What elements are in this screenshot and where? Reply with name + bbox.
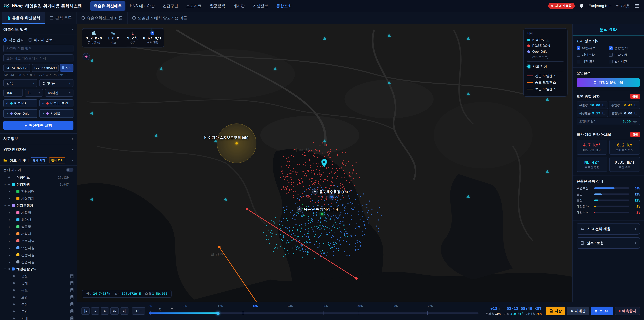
timeline-tick-label[interactable]: 36h <box>322 304 328 308</box>
duration-select[interactable]: 48시간▾ <box>45 89 74 97</box>
tree-chevron-icon[interactable]: ▾ <box>3 183 7 186</box>
tree-chevron-icon[interactable]: ▸ <box>8 225 12 228</box>
layer-tree-item[interactable]: 목포 <box>0 287 77 294</box>
farm-point[interactable] <box>320 212 324 216</box>
owner-insurance-section[interactable]: 선주 / 보험 ▾ <box>576 237 640 249</box>
recalculate-button[interactable]: ↻ 재계산 <box>567 306 589 315</box>
checkbox-icon[interactable] <box>609 53 613 57</box>
layer-tree-item[interactable]: ▾ 해경관할구역 <box>0 265 77 272</box>
display-option[interactable]: 시간 표시 <box>576 59 608 64</box>
user-name[interactable]: Eunjeong Kim <box>588 4 612 8</box>
layers-all-off-button[interactable]: 전체 끄기 <box>49 157 66 163</box>
display-option[interactable]: 날씨시간 <box>609 59 640 64</box>
layer-page-icon[interactable] <box>70 302 74 306</box>
speed-select[interactable]: 1×▾ <box>132 307 145 315</box>
display-option[interactable]: 풍향/풍속 <box>609 46 640 50</box>
report-button[interactable]: ▤ 보고서 <box>591 306 613 315</box>
beach-point[interactable] <box>330 195 334 199</box>
incident-pin[interactable] <box>320 159 328 169</box>
polygon-analysis-button[interactable]: 다각형 분석수행 <box>576 78 640 87</box>
fence-deploy-marker-icon[interactable]: ♡ <box>159 308 162 311</box>
fence-deploy-marker-icon[interactable]: ♡ <box>170 308 173 311</box>
timeline-tick-label[interactable]: 24h <box>288 304 293 308</box>
layer-tree-item[interactable]: 보령 <box>0 294 77 301</box>
master-layer-toggle[interactable] <box>66 168 74 172</box>
timeline-tick-label[interactable]: 12h <box>218 304 223 308</box>
spill-type-select[interactable]: 연속▾ <box>3 79 38 87</box>
layer-tree-item[interactable]: ▸ 계절별 <box>0 209 77 216</box>
tree-chevron-icon[interactable]: ▾ <box>3 267 7 271</box>
timeline-handle[interactable] <box>216 311 220 315</box>
oil-type-select[interactable]: 벙커C유▾ <box>40 79 74 87</box>
latitude-input[interactable] <box>3 64 30 72</box>
model-toggle[interactable]: ✓ 앙상블 <box>40 109 74 118</box>
layer-tree-item[interactable]: 군산 <box>0 272 77 279</box>
layer-toggle-dot[interactable] <box>13 240 15 242</box>
model-toggle[interactable]: ✓ KOSPS <box>3 99 38 107</box>
layer-tree-item[interactable]: 부산 <box>0 301 77 308</box>
layers-all-on-button[interactable]: 전체 켜기 <box>31 157 47 163</box>
layer-toggle-dot[interactable] <box>13 254 15 256</box>
layer-tree-item[interactable]: ▸ 서식지 <box>0 230 77 237</box>
checkbox-icon[interactable] <box>576 53 580 57</box>
map-canvas[interactable]: 여수시 화양면 ⚑ 여자만 습지보호구역 (6h) 웅포해수욕장 (1h) <box>77 24 572 302</box>
tree-chevron-icon[interactable]: ▸ <box>8 211 12 214</box>
nav-item[interactable]: 보고자료 <box>182 1 205 11</box>
layer-toggle-dot[interactable] <box>13 275 15 277</box>
layer-tree-item[interactable]: ▸ 수산자원 <box>0 244 77 251</box>
skip-start-button[interactable]: │◀ <box>81 307 90 315</box>
layer-toggle-dot[interactable] <box>13 289 15 291</box>
layer-toggle-dot[interactable] <box>13 233 15 235</box>
layer-toggle-dot[interactable] <box>13 219 15 220</box>
layer-tree-item[interactable]: ▸ 사회경제 <box>0 195 77 202</box>
layer-page-icon[interactable] <box>70 316 74 320</box>
tree-chevron-icon[interactable]: ▸ <box>8 246 12 249</box>
checkbox-icon[interactable] <box>609 46 613 50</box>
layer-tree-item[interactable]: ▾ 민감자원 3,947 <box>0 181 77 188</box>
layer-toggle-dot[interactable] <box>13 191 15 192</box>
nav-item[interactable]: HNS·대기확산 <box>126 1 158 11</box>
nav-item[interactable]: 유출유 확산예측 <box>90 1 126 11</box>
layer-toggle-dot[interactable] <box>13 310 15 312</box>
layer-tree-item[interactable]: 서해 <box>0 315 77 320</box>
layer-toggle-dot[interactable] <box>13 282 15 284</box>
layer-tree-item[interactable]: ▸ 산업자원 <box>0 258 77 265</box>
layer-tree-item[interactable]: ▸ 생물종 <box>0 223 77 230</box>
save-button[interactable]: 저장 <box>546 306 565 315</box>
tree-chevron-icon[interactable]: ▸ <box>8 239 12 242</box>
checkbox-icon[interactable] <box>576 60 580 64</box>
tab[interactable]: 오일펜스 배치 알고리즘 이론 <box>128 12 192 24</box>
nav-item[interactable]: 항공탐색 <box>206 1 229 11</box>
timeline-track[interactable] <box>148 312 478 314</box>
timeline-tick-label[interactable]: 6h <box>184 304 187 308</box>
nav-item[interactable]: 긴급구난 <box>159 1 182 11</box>
accident-name-input[interactable] <box>3 45 74 52</box>
tab[interactable]: 유출유 확산분석 <box>2 12 45 24</box>
layer-page-icon[interactable] <box>70 295 74 299</box>
layer-tree-item[interactable]: ▸ 관광자원 <box>0 251 77 258</box>
ship-spec-section[interactable]: 사고 선박 제원 ▾ <box>576 223 640 235</box>
nav-item[interactable]: 통합조회 <box>272 1 295 11</box>
layer-toggle-dot[interactable] <box>13 261 15 263</box>
layer-tree-item[interactable]: ▾ 민감도평가 <box>0 202 77 209</box>
accident-list-input[interactable] <box>3 54 74 62</box>
layer-page-icon[interactable] <box>70 288 74 292</box>
layer-toggle-dot[interactable] <box>13 198 15 199</box>
layer-tree-item[interactable]: 어장정보 17,129 <box>0 174 77 181</box>
timeline-tick-label[interactable]: 48h <box>358 304 363 308</box>
tree-chevron-icon[interactable]: ▸ <box>8 197 12 200</box>
layer-toggle-dot[interactable] <box>13 247 15 249</box>
model-toggle[interactable]: ✓ OpenDrift <box>3 109 38 118</box>
prediction-input-header[interactable]: 예측정보 입력 ▾ <box>0 24 77 35</box>
layer-toggle-dot[interactable] <box>13 212 15 213</box>
timeline-tick-label[interactable]: 18h <box>252 304 258 308</box>
layer-tree-item[interactable]: ▸ 보호지역 <box>0 237 77 244</box>
layer-toggle-dot[interactable] <box>13 226 15 227</box>
play-button[interactable]: ▶ <box>100 307 109 315</box>
layer-tree-item[interactable]: ▸ 환경생태 <box>0 188 77 195</box>
layer-tree-item[interactable]: 동해 <box>0 279 77 287</box>
map-pick-button[interactable]: 지도 <box>60 64 74 72</box>
radio-direct-input[interactable]: 직접 입력 <box>3 38 24 42</box>
nav-item[interactable]: 기상정보 <box>249 1 272 11</box>
layer-toggle-dot[interactable] <box>13 317 15 319</box>
